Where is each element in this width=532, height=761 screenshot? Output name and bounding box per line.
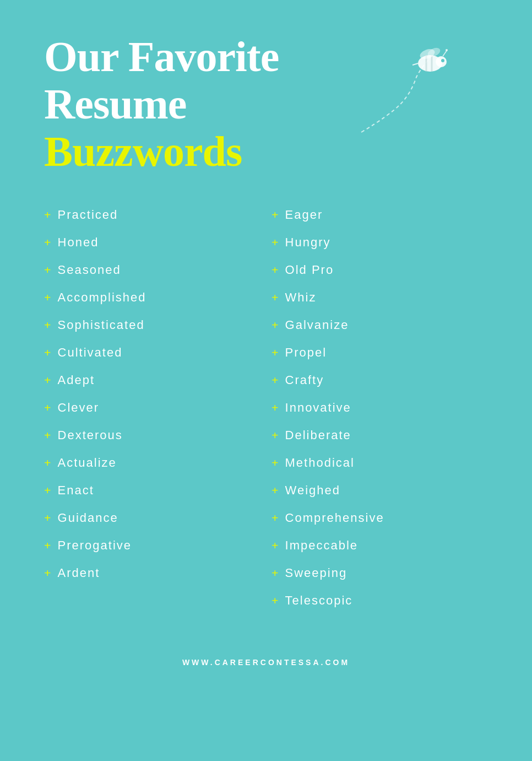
plus-icon: +	[272, 374, 279, 386]
svg-line-8	[443, 51, 447, 56]
list-item: + Weighed	[272, 478, 488, 503]
plus-icon: +	[44, 429, 51, 441]
list-item: + Innovative	[272, 395, 488, 420]
plus-icon: +	[272, 319, 279, 331]
word-label: Weighed	[285, 483, 340, 498]
plus-icon: +	[272, 512, 279, 524]
footer: WWW.CAREERCONTESSA.COM	[44, 646, 488, 667]
list-item: + Actualize	[44, 450, 260, 476]
word-label: Eager	[285, 208, 323, 222]
list-item: + Adept	[44, 368, 260, 393]
word-columns: + Practiced + Honed + Seasoned + Accompl…	[44, 202, 488, 613]
word-label: Enact	[58, 483, 94, 498]
plus-icon: +	[272, 292, 279, 304]
plus-icon: +	[272, 567, 279, 579]
plus-icon: +	[272, 209, 279, 221]
plus-icon: +	[272, 402, 279, 414]
svg-point-4	[436, 56, 447, 67]
list-item: + Guidance	[44, 505, 260, 531]
list-item: + Deliberate	[272, 423, 488, 448]
word-label: Deliberate	[285, 428, 351, 442]
list-item: + Sophisticated	[44, 312, 260, 338]
word-label: Crafty	[285, 373, 324, 387]
list-item: + Impeccable	[272, 533, 488, 558]
list-item: + Clever	[44, 395, 260, 420]
plus-icon: +	[272, 595, 279, 607]
list-item: + Telescopic	[272, 588, 488, 613]
word-label: Practiced	[58, 208, 118, 222]
word-label: Adept	[58, 373, 95, 387]
bee-decoration	[345, 39, 455, 149]
list-item: + Propel	[272, 340, 488, 365]
word-label: Sophisticated	[58, 318, 145, 332]
list-item: + Dexterous	[44, 423, 260, 448]
plus-icon: +	[44, 567, 51, 579]
plus-icon: +	[44, 402, 51, 414]
word-label: Hungry	[285, 235, 331, 250]
word-label: Comprehensive	[285, 511, 384, 525]
word-label: Accomplished	[58, 290, 146, 305]
word-label: Actualize	[58, 456, 117, 470]
plus-icon: +	[44, 264, 51, 276]
list-item: + Hungry	[272, 230, 488, 255]
plus-icon: +	[272, 539, 279, 552]
list-item: + Prerogative	[44, 533, 260, 558]
list-item: + Sweeping	[272, 560, 488, 586]
plus-icon: +	[44, 539, 51, 552]
svg-line-7	[412, 63, 418, 65]
list-item: + Comprehensive	[272, 505, 488, 531]
plus-icon: +	[272, 484, 279, 496]
word-label: Cultivated	[58, 346, 123, 360]
word-label: Methodical	[285, 456, 355, 470]
word-label: Sweeping	[285, 566, 348, 580]
word-label: Innovative	[285, 401, 351, 415]
word-label: Telescopic	[285, 593, 353, 608]
right-column: + Eager + Hungry + Old Pro + Whiz + Galv…	[272, 202, 488, 613]
word-label: Ardent	[58, 566, 100, 580]
list-item: + Whiz	[272, 285, 488, 310]
list-item: + Honed	[44, 230, 260, 255]
list-item: + Ardent	[44, 560, 260, 586]
list-item: + Old Pro	[272, 257, 488, 283]
list-item: + Enact	[44, 478, 260, 503]
word-label: Old Pro	[285, 263, 334, 277]
plus-icon: +	[44, 209, 51, 221]
plus-icon: +	[44, 347, 51, 359]
plus-icon: +	[44, 236, 51, 249]
plus-icon: +	[272, 429, 279, 441]
plus-icon: +	[272, 457, 279, 469]
word-label: Prerogative	[58, 538, 132, 553]
list-item: + Eager	[272, 202, 488, 228]
list-item: + Methodical	[272, 450, 488, 476]
list-item: + Accomplished	[44, 285, 260, 310]
title-line3: Buzzwords	[44, 128, 242, 175]
word-label: Guidance	[58, 511, 118, 525]
page: Our Favorite Resume Buzzwords	[0, 0, 532, 761]
footer-url: WWW.CAREERCONTESSA.COM	[182, 658, 350, 667]
list-item: + Galvanize	[272, 312, 488, 338]
list-item: + Seasoned	[44, 257, 260, 283]
list-item: + Crafty	[272, 368, 488, 393]
left-column: + Practiced + Honed + Seasoned + Accompl…	[44, 202, 260, 613]
plus-icon: +	[44, 484, 51, 496]
plus-icon: +	[272, 264, 279, 276]
plus-icon: +	[44, 457, 51, 469]
plus-icon: +	[44, 374, 51, 386]
word-label: Galvanize	[285, 318, 349, 332]
header: Our Favorite Resume Buzzwords	[44, 33, 488, 175]
svg-point-10	[441, 59, 444, 62]
svg-point-9	[446, 49, 448, 51]
word-label: Propel	[285, 346, 327, 360]
plus-icon: +	[44, 292, 51, 304]
word-label: Seasoned	[58, 263, 121, 277]
list-item: + Cultivated	[44, 340, 260, 365]
word-label: Impeccable	[285, 538, 359, 553]
word-label: Dexterous	[58, 428, 123, 442]
word-label: Honed	[58, 235, 99, 250]
plus-icon: +	[272, 347, 279, 359]
plus-icon: +	[44, 319, 51, 331]
word-label: Clever	[58, 401, 100, 415]
list-item: + Practiced	[44, 202, 260, 228]
plus-icon: +	[272, 236, 279, 249]
word-label: Whiz	[285, 290, 317, 305]
